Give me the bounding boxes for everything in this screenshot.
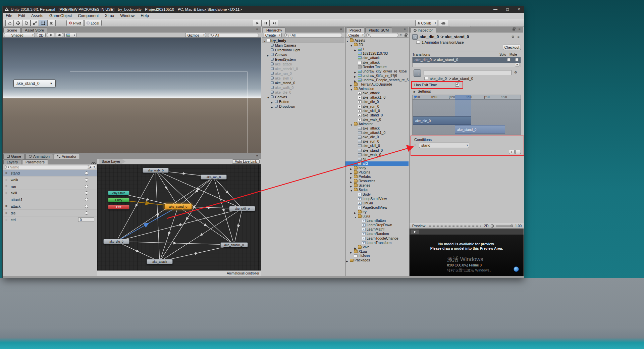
project-item-undraw-people-search-re-5[interactable]: ▶undraw_People_search_re_5	[345, 78, 409, 82]
project-item-all[interactable]: all	[345, 157, 409, 161]
mute-checkbox[interactable]	[515, 58, 519, 61]
condition-parameter-dropdown[interactable]: stand	[419, 143, 469, 148]
drag-handle-icon[interactable]: =	[5, 177, 7, 183]
step-button[interactable]	[270, 20, 278, 26]
project-item-ake-stand-0[interactable]: ake_stand_0	[345, 113, 409, 117]
scene-search-input[interactable]: ▾All	[208, 33, 259, 37]
drag-handle-icon[interactable]: =	[5, 170, 7, 177]
parameter-value-field[interactable]: 0	[78, 217, 94, 222]
drag-handle-icon[interactable]: =	[5, 183, 7, 190]
hierarchy-item-canvas[interactable]: ▼Canvas	[262, 95, 344, 99]
state-node-ake-walk-0[interactable]: ake_walk_0	[143, 168, 169, 173]
hierarchy-item-ake-die-0[interactable]: ake_die_0	[262, 90, 344, 95]
project-item-try[interactable]: ▶try	[345, 210, 409, 214]
project-item-loopscrollview[interactable]: LoopScrollView	[345, 197, 409, 201]
project-item-pagescrollview[interactable]: PageScrollView	[345, 205, 409, 210]
more-icon[interactable]: ≡	[518, 35, 522, 39]
project-item-undraw-city-driver-re-0x5e[interactable]: ▶undraw_city_driver_re_0x5e	[345, 69, 409, 73]
rotate-tool-button[interactable]	[22, 20, 31, 26]
project-item-xlua[interactable]: ▶XLua	[345, 249, 409, 254]
project-item-ake-attack[interactable]: ake_attack	[345, 126, 409, 131]
project-item-assets[interactable]: ▼Assets	[345, 38, 409, 43]
hierarchy-item-ake-run-0[interactable]: ake_run_0	[262, 71, 344, 76]
playhead-icon[interactable]	[414, 96, 417, 98]
auto-live-link-button[interactable]: Auto Live Link	[232, 159, 260, 164]
transition-timeline[interactable]: 0:000:100:201:001:101:20 ake_die_0 ake_s…	[412, 95, 521, 135]
project-item-body[interactable]: Body	[345, 192, 409, 197]
search-filter-chevron-icon[interactable]: ▾	[289, 34, 291, 37]
drag-handle-icon[interactable]: =	[5, 216, 7, 223]
cloud-button[interactable]	[439, 20, 448, 26]
scene-viewport[interactable]: ake_stand_0 ▼	[3, 38, 261, 153]
project-item-animator[interactable]: ▼Animator	[345, 122, 409, 126]
panel-menu-icon[interactable]: ≡	[519, 28, 643, 31]
parameter-row-walk[interactable]: =walk	[3, 177, 97, 183]
scene-ui-dropdown[interactable]: ake_stand_0 ▼	[13, 80, 56, 87]
project-item-ake-walk-0[interactable]: ake_walk_0	[345, 117, 409, 122]
tab-animation[interactable]: Animation	[25, 154, 53, 159]
project-item-1621328110703[interactable]: 1621328110703	[345, 51, 409, 56]
tab-scene[interactable]: Scene	[3, 28, 20, 33]
drag-grip-icon[interactable]	[429, 225, 481, 227]
project-item-ongui[interactable]: OnGui	[345, 201, 409, 205]
tab-asset-store[interactable]: Asset Store	[21, 28, 47, 33]
state-node-ake-skill-0[interactable]: ake_skill_0	[229, 206, 255, 211]
project-item-learnmathf[interactable]: LearnMathf	[345, 227, 409, 232]
drag-handle-icon[interactable]: =	[5, 196, 7, 203]
gizmos-dropdown[interactable]: Gizmos	[185, 33, 206, 37]
has-exit-time-checkbox[interactable]	[455, 83, 459, 87]
parameter-trigger-radio[interactable]	[85, 211, 88, 215]
parameter-trigger-radio[interactable]	[85, 185, 88, 188]
project-item-resources[interactable]: ▶Resources	[345, 179, 409, 183]
preview-header[interactable]: Preview 2D 1.00	[410, 223, 524, 229]
lock-icon[interactable]	[405, 35, 407, 37]
menu-gameobject[interactable]: GameObject	[46, 13, 75, 19]
preview-area[interactable]: No model is available for preview. Pleas…	[410, 235, 524, 276]
project-item-ake-run-0[interactable]: ake_run_0	[345, 139, 409, 144]
tab-parameters[interactable]: Parameters	[22, 159, 48, 164]
project-item-all2[interactable]: all2	[345, 161, 409, 166]
parameter-row-ctrl[interactable]: =ctrl0	[3, 216, 97, 223]
shaded-dropdown[interactable]: Shaded	[4, 33, 35, 37]
project-item-ake-die-0[interactable]: ake_die_0	[345, 100, 409, 104]
hand-tool-button[interactable]	[5, 20, 14, 26]
hierarchy-item-ake-attack1-0[interactable]: ake_attack1_0	[262, 66, 344, 71]
project-item-1[interactable]: ▶1	[345, 47, 409, 51]
project-item-ake-walk-0[interactable]: ake_walk_0	[345, 153, 409, 157]
tab-project[interactable]: Project	[346, 28, 364, 33]
project-item-plugins[interactable]: ▶Plugins	[345, 170, 409, 174]
audio-toggle-icon[interactable]	[56, 33, 63, 37]
hierarchy-scene-row[interactable]: ▼try_body	[262, 38, 344, 43]
remove-condition-button[interactable]: −	[515, 150, 521, 154]
project-item-learndropdown[interactable]: LearnDropDown	[345, 223, 409, 227]
hierarchy-search-input[interactable]: ▾All	[284, 33, 342, 37]
pause-button[interactable]	[261, 20, 270, 26]
state-node-entry[interactable]: Entry	[108, 198, 129, 202]
parameter-trigger-radio[interactable]	[85, 178, 88, 182]
collab-status-icon[interactable]	[514, 266, 519, 272]
fold-arrow-icon[interactable]: ▶	[271, 105, 273, 110]
state-node-ake-attack1-0[interactable]: ake_attack1_0	[220, 242, 248, 247]
lighting-toggle-icon[interactable]	[47, 33, 54, 37]
preview-play-button[interactable]	[411, 230, 419, 234]
search-filter-chevron-icon[interactable]: ▾	[213, 34, 214, 37]
project-item-litjson[interactable]: LitJson	[345, 254, 409, 258]
fold-arrow-icon[interactable]: ▶	[346, 259, 348, 263]
project-item-2d[interactable]: ▼2D	[345, 43, 409, 47]
hierarchy-item-main-camera[interactable]: Main Camera	[262, 43, 344, 48]
project-item-prefabs[interactable]: ▶Prefabs	[345, 174, 409, 179]
parameter-trigger-radio[interactable]	[85, 205, 88, 208]
hierarchy-item-canvas[interactable]: ▶Canvas	[262, 52, 344, 57]
hierarchy-item-button[interactable]: ▶Button	[262, 99, 344, 104]
parameter-search-input[interactable]: Name	[5, 165, 89, 169]
parameter-row-run[interactable]: =run	[3, 183, 97, 190]
project-item-ake-run-0[interactable]: ake_run_0	[345, 104, 409, 109]
menu-assets[interactable]: Assets	[28, 13, 46, 19]
drag-handle-icon[interactable]: =	[5, 203, 7, 210]
project-item-scenes[interactable]: ▶Scenes	[345, 183, 409, 188]
state-node-ake-die-0[interactable]: ake_die_0	[103, 239, 129, 244]
menu-file[interactable]: File	[3, 13, 15, 19]
tab-plastic-scm[interactable]: Plastic SCM	[365, 28, 392, 33]
project-item--terrainautoupgrade[interactable]: ▶_TerrainAutoUpgrade	[345, 82, 409, 87]
state-node-ake-stand-0[interactable]: ake_stand_0	[164, 204, 192, 209]
